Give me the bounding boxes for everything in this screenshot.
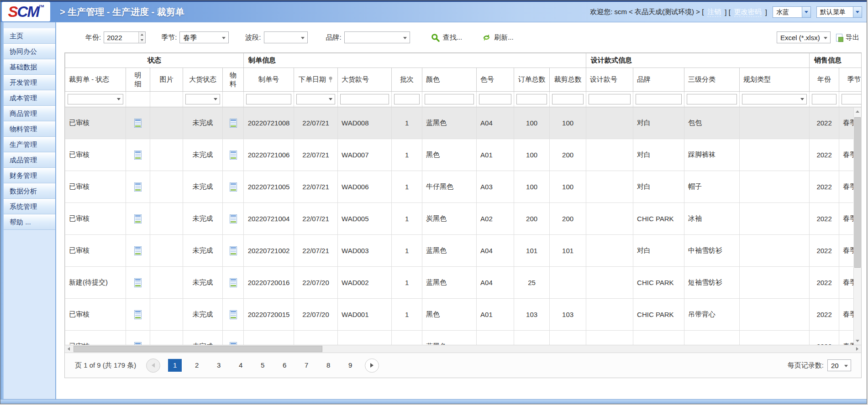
filter-select-bulk_status[interactable] [185, 94, 220, 104]
menu-select[interactable]: 默认菜单 [816, 6, 862, 18]
scroll-right-button[interactable] [853, 345, 861, 353]
sidebar-item-12[interactable]: 系统管理 [4, 199, 55, 214]
filter-input-style_no[interactable] [340, 94, 389, 104]
material-sheet-icon[interactable] [230, 310, 237, 319]
search-button[interactable]: 查找... [431, 33, 463, 42]
table-row-8[interactable]: 已审核未完成蓝黑色2022春季 [65, 331, 862, 345]
sidebar-item-7[interactable]: 物料管理 [4, 121, 55, 137]
column-header-brand[interactable]: 品牌 [633, 68, 684, 92]
material-sheet-icon[interactable] [230, 119, 237, 128]
year-spinner-buttons[interactable] [138, 32, 145, 43]
detail-sheet-icon[interactable] [134, 246, 142, 255]
material-sheet-icon[interactable] [230, 214, 237, 223]
year-spinner[interactable]: 2022 [104, 31, 146, 43]
material-sheet-icon[interactable] [230, 278, 237, 287]
column-header-status[interactable]: 裁剪单 - 状态 [65, 68, 126, 92]
change-password-link[interactable]: 更改密码 [734, 8, 762, 17]
filter-select-plan_type[interactable] [742, 94, 807, 104]
filter-input-order_qty[interactable] [516, 94, 547, 104]
vertical-scrollbar[interactable] [853, 108, 861, 345]
filter-input-batch[interactable] [394, 94, 420, 104]
brand-select[interactable] [344, 31, 410, 43]
vertical-scrollbar-thumb[interactable] [854, 117, 861, 268]
page-button-6[interactable]: 6 [278, 359, 291, 372]
column-header-design_no[interactable]: 设计款号 [586, 68, 633, 92]
column-header-cut_qty[interactable]: 裁剪总数 [550, 68, 586, 92]
previous-page-button[interactable] [146, 358, 160, 373]
spinner-down-button[interactable] [139, 37, 145, 43]
sidebar-item-9[interactable]: 成品管理 [4, 152, 55, 168]
season-select[interactable]: 春季 [179, 31, 229, 43]
column-header-material[interactable]: 物料 [223, 68, 244, 92]
column-header-plan_type[interactable]: 规划类型 [740, 68, 810, 92]
material-sheet-icon[interactable] [230, 246, 237, 255]
sidebar-item-5[interactable]: 成本管理 [4, 90, 55, 106]
filter-input-design_no[interactable] [589, 94, 631, 104]
page-button-5[interactable]: 5 [256, 359, 269, 372]
horizontal-scrollbar[interactable] [65, 345, 861, 353]
horizontal-scrollbar-thumb[interactable] [74, 346, 322, 352]
material-sheet-icon[interactable] [230, 151, 237, 160]
column-header-order_qty[interactable]: 订单总数 [514, 68, 550, 92]
sidebar-item-3[interactable]: 基础数据 [4, 59, 55, 75]
detail-sheet-icon[interactable] [134, 310, 142, 319]
table-row-2[interactable]: 已审核未完成2022072100622/07/21WAD0071黑色A01100… [65, 139, 862, 171]
logout-link[interactable]: 注销 [707, 8, 721, 17]
table-row-5[interactable]: 已审核未完成2022072100222/07/21WAD0031蓝黑色A0410… [65, 235, 862, 267]
column-header-style_no[interactable]: 大货款号 [338, 68, 392, 92]
filter-select-order_date[interactable] [296, 94, 335, 104]
filter-input-order_no[interactable] [246, 94, 291, 104]
sidebar-item-8[interactable]: 生产管理 [4, 137, 55, 152]
page-button-9[interactable]: 9 [343, 359, 357, 372]
scroll-up-button[interactable] [854, 108, 861, 115]
sidebar-item-4[interactable]: 开发管理 [4, 75, 55, 90]
column-header-order_date[interactable]: 下单日期 [294, 68, 338, 92]
menu-select-arrow-button[interactable] [853, 7, 862, 17]
column-header-bulk_status[interactable]: 大货状态 [183, 68, 223, 92]
column-header-year[interactable]: 年份 [810, 68, 839, 92]
page-button-8[interactable]: 8 [321, 359, 335, 372]
scroll-left-button[interactable] [65, 345, 73, 353]
table-row-4[interactable]: 已审核未完成2022072100422/07/21WAD0051炭黑色A0220… [65, 203, 862, 235]
detail-sheet-icon[interactable] [134, 151, 142, 160]
theme-select[interactable]: 水蓝 [773, 6, 811, 18]
page-button-7[interactable]: 7 [300, 359, 313, 372]
column-header-season[interactable]: 季节 [839, 68, 861, 92]
filter-input-color[interactable] [425, 94, 474, 104]
column-header-order_no[interactable]: 制单号 [244, 68, 294, 92]
filter-input-cut_qty[interactable] [552, 94, 584, 104]
material-sheet-icon[interactable] [230, 182, 237, 192]
band-select[interactable] [264, 31, 308, 43]
table-row-3[interactable]: 已审核未完成2022072100522/07/21WAD0061牛仔黑色A031… [65, 171, 862, 203]
export-button[interactable]: 导出 [836, 33, 859, 42]
sidebar-item-13[interactable]: 帮助 ... [4, 214, 55, 230]
page-button-2[interactable]: 2 [190, 359, 204, 372]
theme-select-arrow-button[interactable] [802, 7, 810, 17]
scroll-down-button[interactable] [854, 337, 861, 345]
table-row-7[interactable]: 已审核未完成2022072001522/07/20WAD0011黑色A01103… [65, 299, 862, 331]
column-header-color_no[interactable]: 色号 [477, 68, 514, 92]
table-row-6[interactable]: 新建(待提交)未完成2022072001622/07/20WAD0021蓝黑色A… [65, 267, 862, 299]
detail-sheet-icon[interactable] [134, 119, 142, 128]
filter-select-status[interactable] [68, 94, 123, 104]
sidebar-item-6[interactable]: 商品管理 [4, 106, 55, 121]
next-page-button[interactable] [365, 358, 379, 373]
sidebar-item-11[interactable]: 数据分析 [4, 183, 55, 199]
column-header-category[interactable]: 三级分类 [684, 68, 740, 92]
filter-input-brand[interactable] [636, 94, 682, 104]
filter-input-season[interactable] [842, 94, 861, 104]
column-header-batch[interactable]: 批次 [392, 68, 422, 92]
page-button-3[interactable]: 3 [212, 359, 226, 372]
column-header-image[interactable]: 图片 [150, 68, 183, 92]
detail-sheet-icon[interactable] [134, 214, 142, 223]
detail-sheet-icon[interactable] [134, 278, 142, 287]
sidebar-item-10[interactable]: 财务管理 [4, 168, 55, 183]
page-button-1[interactable]: 1 [168, 359, 182, 372]
refresh-button[interactable]: 刷新... [482, 33, 514, 42]
detail-sheet-icon[interactable] [134, 182, 142, 192]
table-row-1[interactable]: 已审核未完成2022072100822/07/21WAD0081蓝黑色A0410… [65, 107, 862, 139]
column-header-color[interactable]: 颜色 [422, 68, 477, 92]
sidebar-item-1[interactable]: 主页 [4, 28, 55, 44]
filter-input-color_no[interactable] [479, 94, 511, 104]
per-page-select[interactable]: 20 [827, 359, 851, 371]
